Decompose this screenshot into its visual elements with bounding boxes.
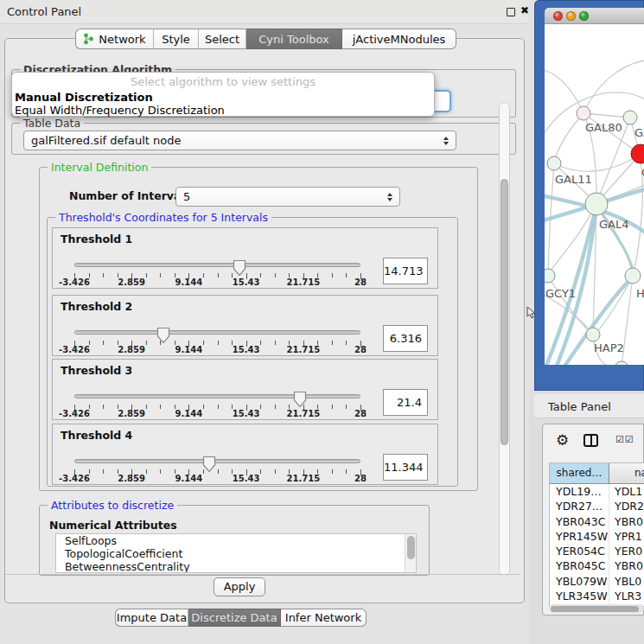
network-node-hap2[interactable] <box>586 328 600 341</box>
window-title: Control Panel <box>7 5 81 18</box>
network-node-gcy1[interactable] <box>545 269 555 283</box>
tick-label: 2.859 <box>118 345 145 354</box>
attributes-list-scrollbar[interactable] <box>405 534 416 572</box>
threshold-panel-threshold-3: Threshold 3-3.4262.8599.14415.4321.71528… <box>52 359 438 420</box>
table-row[interactable]: YBR043CYBR0 <box>550 514 644 529</box>
footer-separator <box>5 574 520 575</box>
list-item-topologicalcoefficient[interactable]: TopologicalCoefficient <box>56 547 416 560</box>
node-label: GCY1 <box>545 287 576 300</box>
network-edge[interactable] <box>554 113 583 163</box>
slider-track-threshold-3[interactable] <box>74 394 360 399</box>
tick-label: 2.859 <box>118 409 145 418</box>
network-edge[interactable] <box>583 61 644 113</box>
table-row[interactable]: YPR145WYPR1 <box>550 529 644 544</box>
tick-label: 9.144 <box>175 474 203 483</box>
slider-track-threshold-2[interactable] <box>74 330 360 335</box>
tick-label: -3.426 <box>59 409 90 418</box>
table-row[interactable]: YBR045CYBR0 <box>550 558 644 573</box>
table-data-combobox[interactable]: galFiltered.sif default node <box>23 131 456 150</box>
cell-shared-name: YPR145W <box>550 529 609 544</box>
network-node-gal11[interactable] <box>547 156 561 170</box>
cell-name: YBR0 <box>609 558 644 573</box>
table-row[interactable]: YDR27…YDR2 <box>550 499 644 513</box>
tick-label: 28 <box>354 409 367 418</box>
slider-thumb-threshold-2[interactable] <box>156 327 170 343</box>
threshold-value-field-threshold-4[interactable]: 11.344 <box>383 454 428 481</box>
tab-select[interactable]: Select <box>199 29 246 49</box>
list-item-betweennesscentrality[interactable]: BetweennessCentrality <box>56 560 416 573</box>
table-horizontal-scrollbar[interactable] <box>549 604 644 613</box>
slider-track-threshold-1[interactable] <box>74 263 360 267</box>
bottom-tab-bar: Impute DataDiscretize DataInfer Network <box>115 609 367 627</box>
table-row[interactable]: YER054CYER0 <box>550 544 644 558</box>
tick-label: 28 <box>354 277 367 287</box>
table-row[interactable]: YBL079WYBL0 <box>550 574 644 589</box>
tab-discretize-data[interactable]: Discretize Data <box>188 609 281 627</box>
screenshot-root: Control Panel ✖ NetworkStyleSelectCyni T… <box>0 0 644 644</box>
dropdown-option-equal-width-frequency[interactable]: Equal Width/Frequency Discretization <box>15 104 225 117</box>
threshold-value-field-threshold-2[interactable]: 6.316 <box>383 325 428 352</box>
tick-label: 9.144 <box>175 277 203 287</box>
panel-vertical-scrollbar[interactable] <box>499 102 510 577</box>
network-edge[interactable] <box>545 206 596 365</box>
select-columns-checkbox-icons[interactable]: ☑☑ <box>615 434 634 445</box>
network-canvas[interactable]: GAL80GACGAL11GAL4GCY1HHAP2 <box>545 24 644 365</box>
dropdown-hint: Select algorithm to view settings <box>12 75 434 88</box>
threshold-label: Threshold 4 <box>61 429 132 442</box>
list-item-selfloops[interactable]: SelfLoops <box>56 534 416 547</box>
tab-label: Style <box>162 33 190 46</box>
table-header-row: shared… na <box>550 463 644 484</box>
threshold-value-field-threshold-1[interactable]: 14.713 <box>383 258 428 284</box>
tab-infer-network[interactable]: Infer Network <box>281 609 367 627</box>
cell-name: YLR3 <box>609 589 644 603</box>
cell-name: YER0 <box>609 544 644 558</box>
slider-track-threshold-4[interactable] <box>74 459 360 463</box>
network-edge[interactable] <box>545 69 583 113</box>
number-of-intervals-combobox[interactable]: 5 <box>175 187 400 207</box>
node-label: GA <box>634 126 644 139</box>
float-window-icon[interactable] <box>507 8 515 16</box>
zoom-traffic-light[interactable] <box>579 11 589 21</box>
close-traffic-light[interactable] <box>553 11 563 21</box>
apply-button[interactable]: Apply <box>214 577 265 596</box>
network-node[interactable] <box>615 361 628 365</box>
close-icon[interactable]: ✖ <box>520 4 529 16</box>
mouse-cursor <box>526 306 537 320</box>
tab-network[interactable]: Network <box>75 29 154 49</box>
cell-shared-name: YLR345W <box>550 589 609 603</box>
dropdown-option-manual-discretization[interactable]: Manual Discretization <box>15 91 153 104</box>
network-node-gal80[interactable] <box>577 106 590 120</box>
settings-gear-icon[interactable]: ⚙ <box>556 431 569 449</box>
cell-name: YDL1 <box>609 484 644 499</box>
split-columns-icon[interactable] <box>583 434 598 447</box>
slider-thumb-threshold-1[interactable] <box>233 259 246 276</box>
column-header-shared-name[interactable]: shared… <box>550 463 609 484</box>
tab-impute-data[interactable]: Impute Data <box>115 609 188 627</box>
tab-style[interactable]: Style <box>154 29 199 49</box>
network-node-c[interactable] <box>631 144 644 163</box>
tick-label: 2.859 <box>118 474 145 483</box>
tick-label: 21.715 <box>287 409 321 418</box>
network-node-h[interactable] <box>625 268 641 284</box>
numerical-attributes-list[interactable]: SelfLoopsTopologicalCoefficientBetweenne… <box>55 533 417 573</box>
table-row[interactable]: YDL19…YDL1 <box>550 484 644 499</box>
node-label: GAL4 <box>599 218 628 231</box>
slider-thumb-threshold-3[interactable] <box>293 391 307 407</box>
tab-cyni-toolbox[interactable]: Cyni Toolbox <box>246 29 342 49</box>
threshold-value-field-threshold-3[interactable]: 21.4 <box>383 389 428 416</box>
cell-shared-name: YBR043C <box>550 514 609 529</box>
column-header-name[interactable]: na <box>609 463 644 484</box>
table-row[interactable]: YLR345WYLR3 <box>550 589 644 603</box>
tick-label: -3.426 <box>59 277 90 287</box>
network-node-gal4[interactable] <box>585 193 608 215</box>
tick-label: -3.426 <box>59 474 90 483</box>
slider-thumb-threshold-4[interactable] <box>202 456 216 472</box>
tick-label: 15.43 <box>233 277 260 287</box>
tab-label: Network <box>99 33 145 46</box>
network-window-titlebar[interactable] <box>545 8 644 24</box>
network-node-ga[interactable] <box>623 111 637 124</box>
minimize-traffic-light[interactable] <box>566 11 576 21</box>
cell-name: YBL0 <box>609 574 644 589</box>
tab-jactivemnodules[interactable]: jActiveMNodules <box>342 29 456 49</box>
network-icon <box>83 33 94 45</box>
